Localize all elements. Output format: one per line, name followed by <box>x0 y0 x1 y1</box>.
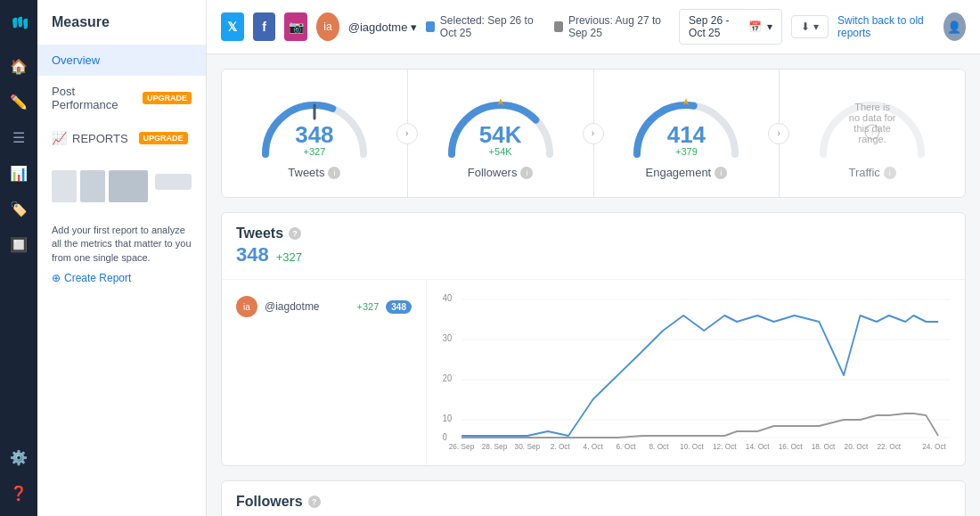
followers-panel-info[interactable]: ? <box>308 496 321 508</box>
account-selector[interactable]: @iagdotme ▾ <box>348 20 418 34</box>
main-content: 𝕏 f 📷 ia @iagdotme ▾ Selected: Sep 26 to… <box>207 0 980 516</box>
followers-panel-title: Followers ? <box>236 494 951 510</box>
calendar-icon: 📅 <box>748 20 762 33</box>
create-report-link[interactable]: ⊕ Create Report <box>37 272 206 284</box>
twitter-tab[interactable]: 𝕏 <box>221 12 244 41</box>
upgrade-badge-post: UPGRADE <box>143 92 192 104</box>
tweets-panel-title: Tweets ? <box>236 225 951 242</box>
svg-text:30: 30 <box>443 333 452 343</box>
nav-settings-icon[interactable]: ⚙️ <box>3 441 35 473</box>
sidebar-title: Measure <box>37 14 206 45</box>
tweets-value: 348 +327 <box>295 123 333 157</box>
traffic-info-icon[interactable]: i <box>884 167 896 179</box>
gauge-followers: 54K +54K Followers i › <box>408 70 594 197</box>
nav-help-icon[interactable]: ❓ <box>3 477 35 509</box>
engagement-value: 414 +379 <box>667 123 706 157</box>
svg-text:28. Sep: 28. Sep <box>482 442 508 451</box>
chevron-down-icon-dl: ▾ <box>813 20 819 33</box>
sidebar-item-overview[interactable]: Overview <box>37 45 206 76</box>
tweets-info-icon[interactable]: i <box>328 167 340 179</box>
previous-range-indicator: Previous: Aug 27 to Sep 25 <box>554 14 670 39</box>
plus-icon: ⊕ <box>52 272 61 284</box>
left-nav: 🏠 ✏️ ☰ 📊 🏷️ 🔲 ⚙️ ❓ <box>0 0 37 516</box>
engagement-gauge-container: 414 +379 <box>624 87 748 159</box>
tweets-account-avatar: ia <box>236 296 257 317</box>
selected-dot <box>426 21 434 32</box>
sidebar: Measure Overview Post Performance UPGRAD… <box>37 0 207 516</box>
topbar: 𝕏 f 📷 ia @iagdotme ▾ Selected: Sep 26 to… <box>207 0 980 54</box>
download-icon: ⬇ <box>801 20 810 33</box>
tweets-panel-header: Tweets ? 348 +327 <box>222 213 965 280</box>
svg-text:10: 10 <box>443 414 452 423</box>
followers-panel-header: Followers ? 54K +54K <box>222 481 965 516</box>
engagement-info-icon[interactable]: i <box>715 167 727 179</box>
svg-text:8. Oct: 8. Oct <box>649 442 669 451</box>
report-placeholder <box>52 170 192 202</box>
traffic-no-data: There is no data for this date range. <box>841 102 903 144</box>
engagement-chevron[interactable]: › <box>768 123 789 144</box>
followers-value: 54K +54K <box>479 123 522 157</box>
tweets-account-row: ia @iagdotme +327 348 <box>236 291 412 323</box>
svg-text:40: 40 <box>443 293 452 303</box>
tweets-panel-info[interactable]: ? <box>289 227 301 240</box>
sidebar-reports-section[interactable]: 📈 REPORTS UPGRADE <box>37 120 206 156</box>
tweets-chevron[interactable]: › <box>396 123 418 144</box>
svg-text:16. Oct: 16. Oct <box>779 442 803 451</box>
traffic-gauge-container: i There is no data for this date range. <box>810 87 935 159</box>
instagram-tab[interactable]: 📷 <box>284 12 307 41</box>
gauge-engagement: 414 +379 Engagement i › <box>594 70 780 197</box>
upgrade-badge-reports: UPGRADE <box>139 132 188 144</box>
svg-text:24. Oct: 24. Oct <box>922 442 946 451</box>
svg-text:18. Oct: 18. Oct <box>812 442 836 451</box>
svg-text:10. Oct: 10. Oct <box>680 442 704 451</box>
tweets-gauge-container: 348 +327 <box>252 87 377 159</box>
date-picker[interactable]: Sep 26 - Oct 25 📅 ▾ <box>679 9 782 45</box>
account-avatar[interactable]: ia <box>316 12 339 41</box>
nav-home-icon[interactable]: 🏠 <box>3 50 35 82</box>
switch-back-link[interactable]: Switch back to old reports <box>837 14 935 39</box>
followers-info-icon[interactable]: i <box>520 167 533 179</box>
previous-dot <box>554 21 562 32</box>
user-avatar[interactable]: 👤 <box>943 12 966 41</box>
svg-text:6. Oct: 6. Oct <box>617 442 637 451</box>
nav-streams-icon[interactable]: ☰ <box>3 121 35 153</box>
tweets-accounts-list: ia @iagdotme +327 348 <box>222 280 427 465</box>
svg-text:26. Sep: 26. Sep <box>449 442 475 451</box>
engagement-label: Engagement i <box>646 166 728 179</box>
gauge-row: 348 +327 Tweets i › <box>221 69 966 198</box>
followers-label: Followers i <box>468 166 534 179</box>
svg-text:20: 20 <box>443 373 452 383</box>
svg-text:22. Oct: 22. Oct <box>877 442 901 451</box>
traffic-label: Traffic i <box>848 166 895 179</box>
download-button[interactable]: ⬇ ▾ <box>791 15 829 38</box>
followers-chevron[interactable]: › <box>583 123 604 144</box>
tweets-panel: Tweets ? 348 +327 ia @iagdotme +327 348 <box>221 212 966 466</box>
svg-text:2. Oct: 2. Oct <box>551 442 571 451</box>
date-range-info: Selected: Sep 26 to Oct 25 Previous: Aug… <box>426 14 670 39</box>
content-area: 348 +327 Tweets i › <box>207 54 980 516</box>
nav-campaigns-icon[interactable]: 🏷️ <box>3 192 35 225</box>
svg-text:4. Oct: 4. Oct <box>584 442 604 451</box>
followers-gauge-container: 54K +54K <box>438 87 563 159</box>
gauge-traffic: i There is no data for this date range. … <box>780 70 965 197</box>
chevron-down-icon-date: ▾ <box>767 20 772 33</box>
nav-apps-icon[interactable]: 🔲 <box>3 228 35 260</box>
svg-text:14. Oct: 14. Oct <box>746 442 770 451</box>
hootsuite-logo <box>3 7 35 39</box>
bar-chart-icon: 📈 <box>52 131 67 145</box>
svg-text:20. Oct: 20. Oct <box>845 442 869 451</box>
chevron-down-icon: ▾ <box>411 20 417 34</box>
svg-text:12. Oct: 12. Oct <box>713 442 737 451</box>
svg-text:0: 0 <box>443 432 447 442</box>
svg-text:30. Sep: 30. Sep <box>515 442 541 451</box>
tweets-panel-body: ia @iagdotme +327 348 40 30 20 10 0 <box>222 280 965 465</box>
sidebar-add-text: Add your first report to analyze all the… <box>37 217 206 272</box>
tweets-label: Tweets i <box>288 166 340 179</box>
gauge-tweets: 348 +327 Tweets i › <box>222 70 408 197</box>
followers-panel: Followers ? 54K +54K 60k <box>221 480 966 516</box>
sidebar-item-post-performance[interactable]: Post Performance UPGRADE <box>37 76 206 120</box>
nav-compose-icon[interactable]: ✏️ <box>3 86 35 118</box>
tweets-chart: 40 30 20 10 0 <box>427 280 965 465</box>
nav-analytics-icon[interactable]: 📊 <box>3 157 35 189</box>
facebook-tab[interactable]: f <box>253 12 276 41</box>
